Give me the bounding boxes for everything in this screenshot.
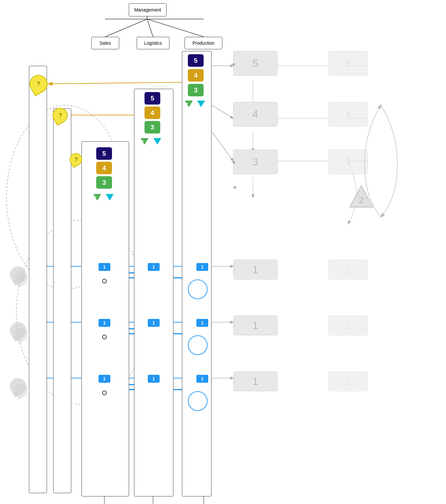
right-box-1b: 1 <box>328 316 368 335</box>
blue-badge-lane5-r3: 1 <box>196 375 208 383</box>
blue-badge-lane4-r3: 1 <box>148 375 160 383</box>
tri-green-label-lane3: 3* <box>94 196 97 199</box>
lane-1 <box>29 66 47 493</box>
gray-box-1b: 1 <box>233 316 278 335</box>
gray-box-4: 4 <box>233 102 278 127</box>
blue-badge-lane3-r2: 1 <box>99 319 110 327</box>
tri-cyan-label-lane4: 2 <box>154 140 156 143</box>
tri-green-label-lane4: 3* <box>141 140 144 143</box>
dot-2 <box>233 161 235 164</box>
small-circle-lane3-r1 <box>102 279 107 283</box>
right-box-1c: 1 <box>328 372 368 391</box>
gray-box-5: 5 <box>233 51 278 76</box>
dot-1 <box>233 63 235 66</box>
logistics-node: Logistics <box>137 37 169 49</box>
blue-badge-lane4-r2: 1 <box>148 319 160 327</box>
right-box-3: 3 <box>328 150 368 174</box>
production-node: Production <box>185 37 222 49</box>
badge-4-lane5: 4 <box>188 69 204 82</box>
blue-circle-lane5-r2 <box>188 335 208 355</box>
gray-box-1c: 1 <box>233 372 278 391</box>
badge-5-lane4: 5 <box>145 92 160 105</box>
management-node: Management <box>129 3 167 16</box>
blue-circle-lane5-r3 <box>188 391 208 411</box>
badge-3-lane4: 3 <box>145 121 160 133</box>
svg-line-1 <box>147 19 153 37</box>
badge-3-lane5: 3 <box>188 84 204 96</box>
small-circle-lane3-r2 <box>102 335 107 339</box>
sales-node: Sales <box>91 37 119 49</box>
badge-5-lane3: 5 <box>96 147 112 160</box>
gray-triangle-2: 2 <box>348 184 374 212</box>
svg-point-44 <box>234 186 236 189</box>
svg-line-2 <box>147 19 204 37</box>
blue-badge-lane3-r3: 1 <box>99 375 110 383</box>
lane-4 <box>134 89 173 496</box>
gray-box-1a: 1 <box>233 260 278 279</box>
small-circle-lane3-r3 <box>102 391 107 395</box>
lane-2 <box>53 108 71 493</box>
badge-3-lane3: 3 <box>96 176 112 189</box>
svg-line-0 <box>105 19 147 37</box>
gray-box-3: 3 <box>233 150 278 174</box>
blue-circle-lane5-r1 <box>188 279 208 299</box>
svg-text:2: 2 <box>359 195 364 205</box>
tri-cyan-label-lane3: 2 <box>106 196 108 199</box>
badge-5-lane5: 5 <box>188 54 204 67</box>
right-box-4: 4 <box>328 102 368 127</box>
blue-badge-lane4-r1: 1 <box>148 263 160 271</box>
right-box-5: 5 <box>328 51 368 76</box>
tri-green-label-lane5: 3* <box>186 102 189 106</box>
tri-cyan-label-lane5: 2 <box>198 102 199 106</box>
svg-line-27 <box>212 105 233 118</box>
right-box-1a: 1 <box>328 260 368 279</box>
badge-4-lane4: 4 <box>145 107 160 119</box>
lane-5 <box>182 51 212 496</box>
badge-4-lane3: 4 <box>96 162 112 174</box>
blue-badge-lane3-r1: 1 <box>99 263 110 271</box>
svg-line-8 <box>49 82 190 84</box>
blue-badge-lane5-r1: 1 <box>196 263 208 271</box>
svg-line-28 <box>212 132 233 161</box>
blue-badge-lane5-r2: 1 <box>196 319 208 327</box>
